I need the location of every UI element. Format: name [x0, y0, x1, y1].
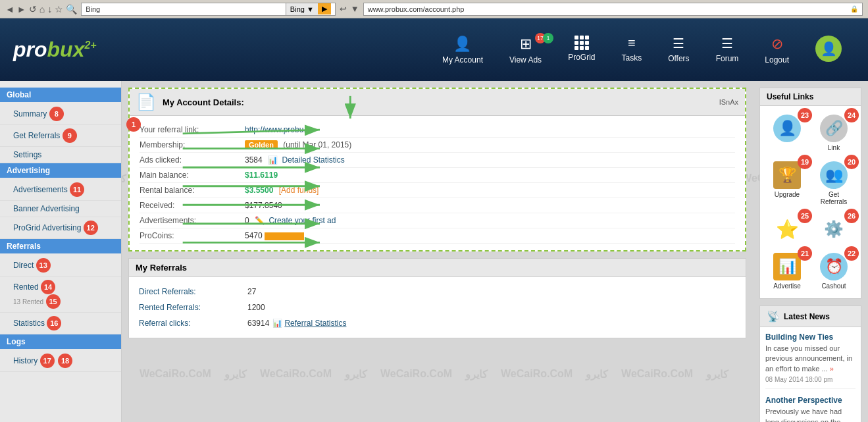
- redo-icon[interactable]: ▼: [351, 4, 359, 14]
- direct-referrals-link[interactable]: Direct Referrals:: [139, 287, 244, 296]
- search-bar[interactable]: Bing Bing ▼ ▶: [81, 3, 336, 16]
- create-first-ad-link[interactable]: Create your first ad: [268, 216, 336, 225]
- direct-referrals-row: Direct Referrals: 27: [139, 284, 736, 300]
- news-title-1[interactable]: Building New Ties: [765, 332, 855, 342]
- forward-icon[interactable]: ►: [17, 4, 26, 14]
- home-icon[interactable]: ⌂: [39, 4, 45, 14]
- useful-links-box: Useful Links 23 👤 24 🔗 Link 19 🏆 Upgrade: [759, 88, 861, 299]
- nav-offers-label: Offers: [668, 54, 689, 63]
- news-header: 📡 Latest News: [760, 306, 861, 327]
- undo-icon[interactable]: ↩: [340, 4, 347, 14]
- bar-chart-icon: 📊: [268, 155, 278, 165]
- advertisements-num: 0: [245, 216, 249, 225]
- useful-link-star[interactable]: 25 ⭐: [765, 212, 809, 246]
- useful-links-header: Useful Links: [760, 88, 861, 106]
- sidebar-item-statistics[interactable]: Statistics 16: [0, 313, 121, 334]
- sidebar-item-progrid-advertising[interactable]: ProGrid Advertising 12: [0, 217, 121, 239]
- nav-view-ads-label: View Ads: [509, 55, 542, 65]
- search-engine[interactable]: Bing ▼: [286, 3, 318, 15]
- sidebar-item-settings[interactable]: Settings: [0, 147, 121, 163]
- num-20: 20: [844, 155, 859, 169]
- rss-icon: 📡: [767, 310, 780, 323]
- useful-link-upgrade[interactable]: 19 🏆 Upgrade: [765, 158, 809, 209]
- useful-link-gear[interactable]: 26 ⚙️: [812, 212, 855, 246]
- useful-link-cashout[interactable]: 22 ⏰ Cashout: [812, 250, 855, 293]
- sidebar-item-get-referrals[interactable]: Get Referrals 9: [0, 125, 121, 147]
- refresh-icon[interactable]: ↺: [29, 4, 37, 14]
- nav-tasks-label: Tasks: [621, 53, 642, 63]
- star-icon: ⭐: [773, 215, 801, 243]
- sidebar-item-banner-advertising[interactable]: Banner Advertising: [0, 201, 121, 217]
- nav-progrid[interactable]: ProGrid: [555, 30, 608, 70]
- nav-logout[interactable]: ⊘ Logout: [752, 30, 802, 70]
- useful-link-advertise[interactable]: 21 📊 Advertise: [765, 250, 809, 293]
- content-area: WeCaiRo.CoM كايرو WeCaiRo.CoM كايرو WeCa…: [0, 81, 868, 422]
- received-value: $177.8540: [245, 201, 282, 210]
- num-26: 26: [844, 209, 859, 223]
- advertisements-row: Advertisements: 0 ✏️ Create your first a…: [140, 213, 735, 228]
- sidebar-item-advertisements[interactable]: Advertisements 11: [0, 179, 121, 201]
- account-rows-container: 1 Your referral link: http://www.probu..…: [140, 122, 735, 244]
- my-referrals-box: My Referrals Direct Referrals: 27 Rented…: [128, 258, 746, 338]
- num-9: 9: [63, 128, 77, 143]
- membership-row: Membership: Golden (until Mar 01, 2015): [140, 138, 735, 153]
- nav-tasks[interactable]: ≡ Tasks: [608, 30, 655, 70]
- gold-badge: Golden: [245, 140, 278, 149]
- detailed-stats-link[interactable]: Detailed Statistics: [282, 155, 344, 165]
- document-icon: 📄: [136, 93, 156, 111]
- num-15: 15: [46, 294, 61, 309]
- ads-clicked-row: Ads clicked: 3584 📊 Detailed Statistics: [140, 153, 735, 168]
- rental-balance-value: $3.5500 [Add funds]: [245, 186, 319, 195]
- logo[interactable]: probux2+: [13, 38, 145, 62]
- go-button[interactable]: ▶: [318, 3, 331, 14]
- account-details-title: My Account Details:: [163, 97, 244, 107]
- useful-link-avatar[interactable]: 23 👤: [765, 111, 809, 155]
- url-bar[interactable]: www.probux.com/account.php 🔒: [363, 3, 863, 16]
- num-11: 11: [70, 182, 84, 197]
- procoins-bar: [265, 232, 304, 240]
- advertise-label: Advertise: [773, 282, 801, 290]
- useful-link-chain[interactable]: 24 🔗 Link: [812, 111, 855, 155]
- back-icon[interactable]: ◄: [5, 4, 14, 14]
- referral-stats-link[interactable]: Referral Statistics: [284, 319, 346, 328]
- num-14: 14: [41, 280, 55, 294]
- nav-view-ads[interactable]: ⊞ 17 1 View Ads: [496, 30, 555, 70]
- search-small-icon[interactable]: 🔍: [66, 4, 77, 14]
- advertisements-label: Advertisements:: [140, 216, 245, 225]
- ref-chart-icon: 📊: [272, 319, 282, 328]
- nav-offers[interactable]: ☰ Offers: [655, 30, 702, 70]
- sidebar-item-summary[interactable]: Summary 8: [0, 103, 121, 125]
- rented-referrals-link[interactable]: Rented Referrals:: [139, 303, 244, 312]
- procoins-label: ProCoins:: [140, 231, 245, 240]
- referral-link[interactable]: http://www.probu...: [245, 125, 310, 134]
- sidebar-item-direct[interactable]: Direct 13: [0, 255, 121, 277]
- news-text-2: Previously we have had long discussions …: [765, 407, 855, 422]
- sidebar-item-rented[interactable]: Rented 14 13 Rented 15: [0, 277, 121, 313]
- membership-expiry: (until Mar 01, 2015): [283, 140, 351, 149]
- main-content: 📄 My Account Details: ISnAx 1 Your refer…: [122, 81, 753, 422]
- useful-links-grid: 23 👤 24 🔗 Link 19 🏆 Upgrade 20 👥: [760, 106, 861, 298]
- nav-my-account[interactable]: 👤 My Account: [429, 30, 496, 70]
- edit-icon: ✏️: [255, 216, 265, 225]
- news-title-2[interactable]: Another Perspective: [765, 396, 855, 405]
- logo-bux: bux: [47, 38, 85, 61]
- nav-forum[interactable]: ☰ Forum: [703, 30, 752, 70]
- forum-icon: ☰: [721, 36, 733, 51]
- download-icon[interactable]: ↓: [47, 4, 52, 14]
- gear-link-icon: ⚙️: [820, 215, 848, 243]
- news-text-1: In case you missed our previous announce…: [765, 344, 855, 374]
- main-balance-row: Main balance: $11.6119: [140, 168, 735, 183]
- num-25: 25: [798, 209, 812, 223]
- news-more-1[interactable]: »: [830, 365, 834, 373]
- useful-link-referrals[interactable]: 20 👥 Get Referrals: [812, 158, 855, 209]
- sidebar-section-logs: Logs: [0, 334, 121, 349]
- add-funds-link[interactable]: [Add funds]: [279, 186, 319, 195]
- bookmark-icon[interactable]: ☆: [55, 4, 63, 14]
- nav-avatar-item[interactable]: 👤: [802, 30, 855, 70]
- referrals-link-label: Get Referrals: [815, 191, 852, 205]
- sidebar-item-history[interactable]: History 17 18: [0, 350, 121, 372]
- news-item-2: Another Perspective Previously we have h…: [765, 396, 855, 422]
- tasks-icon: ≡: [628, 36, 636, 51]
- view-ads-icon: ⊞: [520, 36, 532, 53]
- upgrade-icon: 🏆: [773, 161, 801, 189]
